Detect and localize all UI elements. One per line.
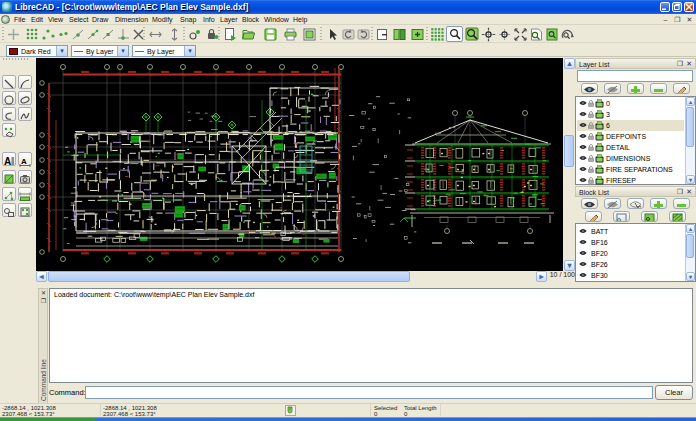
- svg-text:A: A: [4, 156, 11, 167]
- svg-text:A: A: [21, 157, 27, 166]
